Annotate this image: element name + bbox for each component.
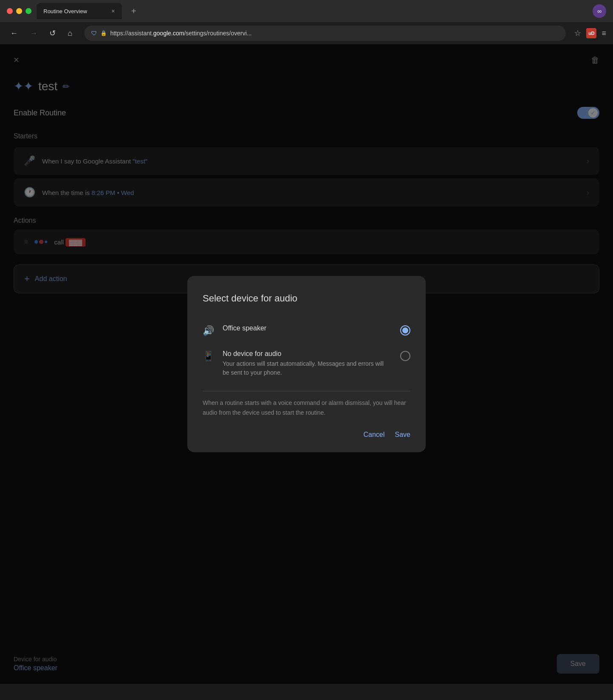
modal-cancel-button[interactable]: Cancel <box>364 431 385 439</box>
home-button[interactable]: ⌂ <box>64 27 76 40</box>
office-speaker-info: Office speaker <box>223 324 392 332</box>
speaker-icon: 🔊 <box>203 325 214 336</box>
lock-icon: 🔒 <box>100 30 107 36</box>
tab-title: Routine Overview <box>43 8 108 14</box>
active-tab[interactable]: Routine Overview × <box>37 3 122 19</box>
address-bar[interactable]: 🛡 🔒 https://assistant.google.com/setting… <box>84 26 566 41</box>
refresh-button[interactable]: ↺ <box>46 27 59 40</box>
no-device-name: No device for audio <box>223 350 392 358</box>
page-content: × 🗑 ✦✦ test ✏ Enable Routine ✓ Starters … <box>0 44 613 684</box>
bookmark-icon[interactable]: ☆ <box>574 29 581 38</box>
user-avatar[interactable]: ∞ <box>593 4 606 18</box>
nav-extras: uD ≡ <box>586 28 606 38</box>
url-text: https://assistant.google.com/settings/ro… <box>110 30 559 37</box>
forward-button[interactable]: → <box>26 27 41 40</box>
modal-save-button[interactable]: Save <box>395 431 410 439</box>
modal-title: Select device for audio <box>203 293 410 304</box>
close-traffic-light[interactable] <box>7 8 13 14</box>
traffic-lights <box>7 8 32 14</box>
phone-icon: 📱 <box>203 351 214 362</box>
maximize-traffic-light[interactable] <box>26 8 32 14</box>
title-bar: Routine Overview × + ∞ <box>0 0 613 22</box>
shield-icon: 🛡 <box>91 30 97 37</box>
no-device-info: No device for audio Your actions will st… <box>223 350 392 377</box>
no-device-option[interactable]: 📱 No device for audio Your actions will … <box>203 343 410 384</box>
ublock-icon: uD <box>586 28 596 38</box>
no-device-desc: Your actions will start automatically. M… <box>223 359 392 377</box>
modal-overlay: Select device for audio 🔊 Office speaker… <box>0 44 613 684</box>
radio-selected-indicator <box>402 327 408 333</box>
select-device-modal: Select device for audio 🔊 Office speaker… <box>187 276 426 452</box>
new-tab-button[interactable]: + <box>127 4 140 18</box>
browser-menu-icon[interactable]: ≡ <box>602 29 606 38</box>
office-speaker-radio[interactable] <box>400 325 410 336</box>
nav-bar: ← → ↺ ⌂ 🛡 🔒 https://assistant.google.com… <box>0 22 613 44</box>
tab-close-button[interactable]: × <box>112 8 115 14</box>
back-button[interactable]: ← <box>7 27 21 40</box>
browser-chrome: Routine Overview × + ∞ ← → ↺ ⌂ 🛡 🔒 https… <box>0 0 613 44</box>
modal-note: When a routine starts with a voice comma… <box>203 398 410 417</box>
modal-actions: Cancel Save <box>203 431 410 439</box>
modal-divider <box>203 391 410 391</box>
office-speaker-option[interactable]: 🔊 Office speaker <box>203 318 410 343</box>
no-device-radio[interactable] <box>400 351 410 361</box>
office-speaker-name: Office speaker <box>223 324 392 332</box>
minimize-traffic-light[interactable] <box>16 8 22 14</box>
